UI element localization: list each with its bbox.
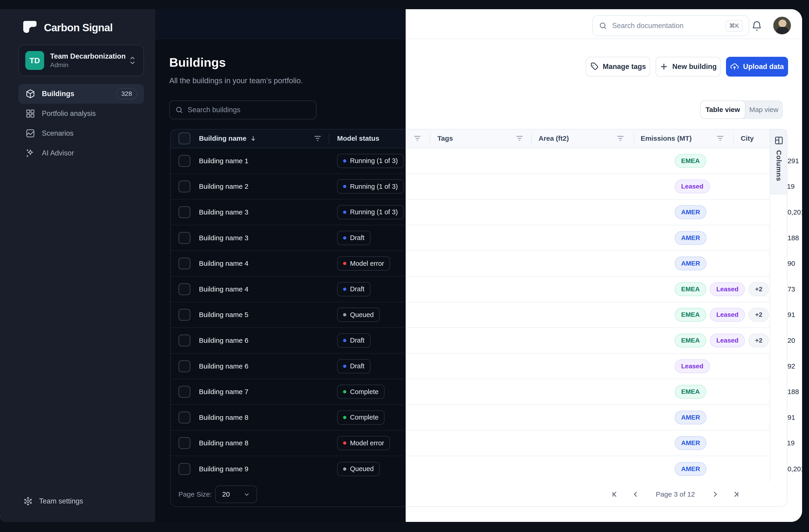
tag-pill[interactable]: EMEA <box>675 333 706 347</box>
cloud-upload-icon <box>730 62 739 71</box>
row-checkbox[interactable] <box>178 257 190 270</box>
table-row[interactable]: Building name 9QueuedAMER1,290,2012,109O… <box>170 456 787 482</box>
tag-pill[interactable]: Leased <box>710 333 745 347</box>
tag-pill[interactable]: AMER <box>675 411 706 424</box>
sort-desc-icon <box>250 135 257 142</box>
row-light-segment: EMEA827,1889,019Chicago <box>406 379 770 405</box>
column-header-city[interactable]: City <box>741 135 754 142</box>
column-header-model-status[interactable]: Model status <box>337 135 379 142</box>
tab-map-view[interactable]: Map view <box>745 101 782 118</box>
user-avatar[interactable] <box>773 16 791 35</box>
row-checkbox[interactable] <box>178 334 190 346</box>
table-row[interactable]: Building name 4DraftEMEALeased+272,07381… <box>170 277 787 302</box>
tag-pill[interactable]: +2 <box>748 308 769 322</box>
select-all-checkbox[interactable] <box>178 133 190 144</box>
tag-pill[interactable]: Leased <box>675 179 710 193</box>
model-status-badge: Complete <box>337 410 384 425</box>
column-header-building-name[interactable]: Building name <box>199 135 257 142</box>
next-page-button[interactable] <box>711 491 719 498</box>
notifications-bell-icon[interactable] <box>751 20 762 32</box>
row-checkbox[interactable] <box>178 463 190 475</box>
filter-icon[interactable] <box>413 135 421 142</box>
row-checkbox[interactable] <box>178 232 190 244</box>
model-status-badge: Draft <box>337 282 371 296</box>
page-size-select[interactable]: 20 <box>215 485 257 503</box>
table-row[interactable]: Building name 8CompleteAMER61,291817Mexi… <box>170 405 787 431</box>
upload-data-button[interactable]: Upload data <box>726 57 788 76</box>
table-row[interactable]: Building name 1Running (1 of 3)EMEA354,2… <box>170 148 787 174</box>
tag-pill[interactable]: Leased <box>710 282 745 296</box>
column-header-emissions[interactable]: Emissions (MT) <box>641 135 692 142</box>
filter-icon[interactable] <box>616 135 624 142</box>
previous-page-button[interactable] <box>632 491 640 498</box>
row-checkbox[interactable] <box>178 206 190 218</box>
row-light-segment: AMER61,291817Mexico City <box>406 405 770 431</box>
team-switcher[interactable]: TD Team Decarbonization Admin <box>18 45 144 76</box>
tag-pill[interactable]: Leased <box>710 308 745 322</box>
pagination: Page 3 of 12 <box>611 491 740 498</box>
sidebar-item-buildings[interactable]: Buildings 328 <box>18 84 144 104</box>
sidebar: Carbon Signal TD Team Decarbonization Ad… <box>0 9 155 522</box>
columns-tab[interactable]: Columns <box>770 129 787 194</box>
first-page-button[interactable] <box>611 491 619 498</box>
table-row[interactable]: Building name 3Running (1 of 3)AMER1,290… <box>170 200 787 225</box>
tag-pill[interactable]: AMER <box>675 462 706 476</box>
table-row[interactable]: Building name 7CompleteEMEA827,1889,019C… <box>170 379 787 405</box>
row-dark-segment: Building name 9Queued <box>170 456 406 482</box>
sidebar-item-portfolio-analysis[interactable]: Portfolio analysis <box>18 104 144 123</box>
tag-pill[interactable]: AMER <box>675 257 706 270</box>
table-row[interactable]: Building name 4Model errorAMER32,190288S… <box>170 251 787 277</box>
tag-pill[interactable]: EMEA <box>675 282 706 296</box>
column-divider <box>430 134 430 144</box>
model-status-badge: Queued <box>337 308 380 322</box>
tag-pill[interactable]: +2 <box>748 333 769 347</box>
tag-pill[interactable]: EMEA <box>675 154 706 168</box>
status-dot-icon <box>343 365 346 368</box>
table-row[interactable]: Building name 5QueuedEMEALeased+261,2911… <box>170 302 787 328</box>
sidebar-item-scenarios[interactable]: Scenarios <box>18 123 144 143</box>
manage-tags-button[interactable]: Manage tags <box>586 57 650 76</box>
last-page-button[interactable] <box>732 491 740 498</box>
chevron-down-icon <box>243 491 250 498</box>
tags-cell: AMER <box>675 411 706 424</box>
search-icon <box>175 106 183 114</box>
tag-pill[interactable]: AMER <box>675 205 706 219</box>
table-row[interactable]: Building name 8Model errorAMER42,119182C… <box>170 431 787 456</box>
tag-pill[interactable]: AMER <box>675 436 706 450</box>
tag-pill[interactable]: Leased <box>675 359 710 373</box>
tag-pill[interactable]: EMEA <box>675 308 706 322</box>
filter-icon[interactable] <box>515 135 523 142</box>
buildings-search-input[interactable]: Search buildings <box>169 101 316 119</box>
cube-icon <box>25 89 35 99</box>
row-checkbox[interactable] <box>178 412 190 424</box>
building-name-cell: Building name 9 <box>199 465 248 473</box>
row-light-segment: AMER32,190288Seattle <box>406 251 770 277</box>
table-row[interactable]: Building name 2Running (1 of 3)Leased42,… <box>170 174 787 200</box>
table-row[interactable]: Building name 6DraftEMEALeased+232,2203,… <box>170 328 787 354</box>
filter-icon[interactable] <box>313 135 322 142</box>
row-checkbox[interactable] <box>178 309 190 321</box>
tag-pill[interactable]: EMEA <box>675 385 706 399</box>
team-settings-link[interactable]: Team settings <box>23 496 83 506</box>
buildings-count-badge: 328 <box>116 88 137 99</box>
row-light-segment: Leased91,2927,001Seattle <box>406 354 770 379</box>
documentation-search-input[interactable]: Search documentation ⌘K <box>592 15 749 36</box>
row-checkbox[interactable] <box>178 437 190 449</box>
column-header-tags[interactable]: Tags <box>437 135 453 142</box>
row-checkbox[interactable] <box>178 283 190 295</box>
tag-pill[interactable]: +2 <box>748 282 769 296</box>
row-checkbox[interactable] <box>178 181 190 192</box>
table-row[interactable]: Building name 6DraftLeased91,2927,001Sea… <box>170 354 787 379</box>
filter-icon[interactable] <box>716 135 724 142</box>
column-header-area[interactable]: Area (ft2) <box>538 135 569 142</box>
row-checkbox[interactable] <box>178 155 190 167</box>
row-checkbox[interactable] <box>178 360 190 372</box>
tags-cell: AMER <box>675 231 706 245</box>
row-checkbox[interactable] <box>178 386 190 398</box>
new-building-button[interactable]: New building <box>656 57 721 76</box>
sidebar-item-ai-advisor[interactable]: AI Advisor <box>18 143 144 163</box>
tab-table-view[interactable]: Table view <box>700 101 745 119</box>
tag-pill[interactable]: AMER <box>675 231 706 245</box>
carbon-signal-logo-icon <box>22 19 38 36</box>
table-row[interactable]: Building name 3DraftAMER827,188628Berlin <box>170 225 787 251</box>
